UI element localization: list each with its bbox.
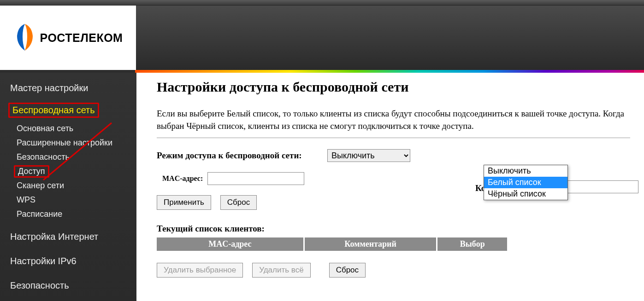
brand-text: РОСТЕЛЕКОМ xyxy=(40,31,123,45)
sidebar: Мастер настройки Беспроводная сеть Основ… xyxy=(0,73,136,301)
mode-option-blacklist[interactable]: Чёрный список xyxy=(484,188,567,200)
window-top-bar xyxy=(0,0,644,6)
mode-dropdown-list: Выключить Белый список Чёрный список xyxy=(484,165,568,200)
nav-security-main[interactable]: Безопасность xyxy=(0,275,136,296)
mode-option-off[interactable]: Выключить xyxy=(484,165,567,177)
mode-label: Режим доступа к беспроводной сети: xyxy=(157,150,327,161)
reset-button[interactable]: Сброс xyxy=(220,195,257,210)
th-comment: Комментарий xyxy=(304,237,437,251)
th-select: Выбор xyxy=(437,237,507,251)
mode-option-whitelist[interactable]: Белый список xyxy=(484,177,567,188)
comment-input[interactable] xyxy=(567,180,638,193)
header: РОСТЕЛЕКОМ xyxy=(0,6,644,70)
nav-wps[interactable]: WPS xyxy=(0,193,136,207)
delete-all-button[interactable]: Удалить всё xyxy=(252,263,310,278)
nav-ipv6[interactable]: Настройки IPv6 xyxy=(0,250,136,272)
divider xyxy=(157,138,630,138)
apply-button[interactable]: Применить xyxy=(157,195,211,210)
mac-label: MAC-адрес: xyxy=(162,174,203,183)
clients-table: MAC-адрес Комментарий Выбор xyxy=(157,237,507,251)
main-content: Настройки доступа к беспроводной сети Ес… xyxy=(136,73,644,301)
th-mac: MAC-адрес xyxy=(157,237,304,251)
nav-basic-network[interactable]: Основная сеть xyxy=(0,122,136,136)
nav-schedule[interactable]: Расписание xyxy=(0,207,136,221)
nav-wireless[interactable]: Беспроводная сеть xyxy=(0,99,136,122)
nav-access[interactable]: Доступ xyxy=(0,164,136,179)
delete-selected-button[interactable]: Удалить выбранное xyxy=(157,263,243,278)
logo-box: РОСТЕЛЕКОМ xyxy=(0,6,136,70)
mode-select[interactable]: Выключить xyxy=(327,149,410,162)
nav-security[interactable]: Безопасность xyxy=(0,150,136,164)
nav-scanner[interactable]: Сканер сети xyxy=(0,179,136,193)
nav-advanced[interactable]: Расширенные настройки xyxy=(0,136,136,150)
mac-input[interactable] xyxy=(207,172,304,185)
clients-label: Текущий список клиентов: xyxy=(157,224,630,234)
page-description: Если вы выберите Белый список, то только… xyxy=(157,108,630,132)
nav-wizard[interactable]: Мастер настройки xyxy=(0,77,136,99)
reset2-button[interactable]: Сброс xyxy=(329,263,366,278)
nav-internet[interactable]: Настройка Интернет xyxy=(0,226,136,248)
page-title: Настройки доступа к беспроводной сети xyxy=(157,79,630,95)
rostelecom-logo-icon xyxy=(13,23,36,53)
